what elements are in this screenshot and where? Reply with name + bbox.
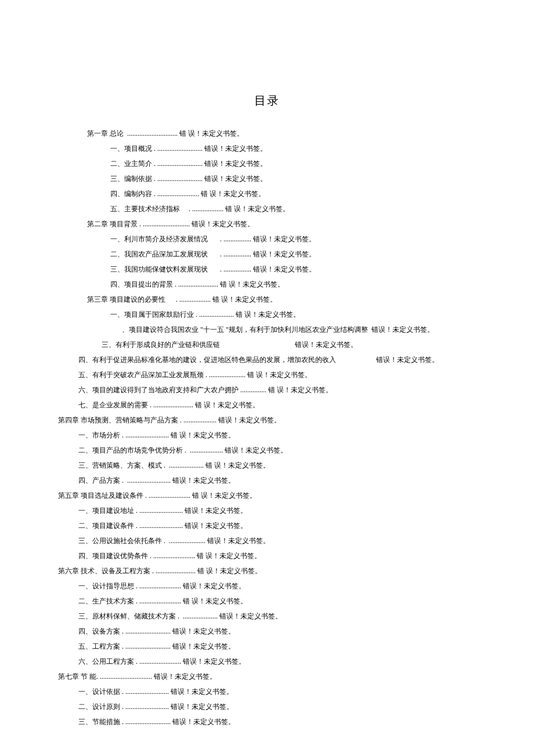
toc-entry: 、项目建设符合我国农业 "十一五 "规划，有利于加快利川地区农业产业结构调整 错… (35, 322, 499, 337)
toc-entry: 第二章 项目背景 . ........................... 错… (35, 216, 499, 231)
toc-entry: 第五章 项目选址及建设条件 . ........................… (35, 488, 499, 503)
toc-entry: 三、我国功能保健饮料发展现状 . ................ 错误！未定义… (35, 262, 499, 277)
toc-entry: 第七章 节 能. .............................. … (35, 669, 499, 684)
toc-entry: 一、市场分析 . ......................... 错 误！未… (35, 428, 499, 443)
toc-entry: 第一章 总论 ............................. 错 误… (35, 126, 499, 141)
toc-entry: 第六章 技术、设备及工程方案 . .......................… (35, 563, 499, 578)
toc-entry: 一、利川市简介及经济发展情况 . ................ 错误！未定义… (35, 231, 499, 247)
toc-entry: 六、公用工程方案 . ........................ 错误！未… (35, 654, 499, 669)
toc-entry: 四、项目提出的背景 . ....................... 错 误！… (35, 277, 499, 292)
document-page: 目录 第一章 总论 ............................. … (0, 0, 534, 756)
toc-entry: 二、生产技术方案 . ........................ 错 误！… (35, 594, 499, 609)
toc-entry: 二、我国农产品深加工发展现状 . ................ 错误！未定义… (35, 247, 499, 262)
toc-entry: 一、设计依据 . ......................... 错误！未定… (35, 684, 499, 699)
toc-entry: 六、项目的建设得到了当地政府支持和广大农户拥护 ............... … (35, 382, 499, 397)
toc-title: 目录 (35, 93, 499, 108)
toc-entry: 三、营销策略、方案、模式 . .................... 错 误！… (35, 458, 499, 473)
toc-entry: 七、是企业发展的需要 . ....................... 错 误… (35, 397, 499, 413)
toc-entry: 二、业主简介 . .......................... 错误！未… (35, 156, 499, 171)
toc-entry: 二、项目产品的市场竞争优势分析 . ................... 错误… (35, 443, 499, 458)
toc-entry: 五、有利于突破农产品深加工业发展瓶颈 . ...................… (35, 367, 499, 382)
toc-entry: 二、设计原则 . ......................... 错误！未定… (35, 699, 499, 714)
toc-entry: 第四章 市场预测、营销策略与产品方案 . ...................… (35, 413, 499, 428)
toc-entry: 一、项目属于国家鼓励行业 . .................... 错 误！… (35, 307, 499, 322)
toc-entry: 第三章 项目建设的必要性 . .................. 错 误！未定… (35, 292, 499, 307)
toc-entry: 一、项目概况 . .......................... 错误！未… (35, 141, 499, 156)
toc-entry: 一、设计指导思想 . ........................ 错误！未… (35, 578, 499, 594)
toc-entry: 五、工程方案 . .......................... 错误！未… (35, 639, 499, 654)
toc-entry: 三、有利于形成良好的产业链和供应链 错误！未定义书签。 (35, 337, 499, 352)
toc-entry: 四、设备方案 . .......................... 错误！未… (35, 624, 499, 639)
toc-entry: 三、原材料保鲜、储藏技术方案 . .................... 错误… (35, 609, 499, 624)
toc-entry: 四、编制内容 . ........................ 错 误！未定… (35, 186, 499, 201)
toc-entry: 一、项目建设地址 . ......................... 错误！… (35, 503, 499, 518)
toc-entry: 三、节能措施 . .......................... 错误！未… (35, 714, 499, 729)
toc-entry: 四、项目建设优势条件 . ........................ 错 … (35, 548, 499, 563)
toc-entry: 四、有利于促进果品标准化基地的建设，促进地区特色果品的发展，增加农民的收入 错误… (35, 352, 499, 367)
toc-container: 第一章 总论 ............................. 错 误… (35, 126, 499, 729)
toc-entry: 四、产品方案 . ......................... 错误！未定… (35, 473, 499, 488)
toc-entry: 三、公用设施社会依托条件 . ..................... 错误！… (35, 533, 499, 548)
toc-entry: 二、项目建设条件 . ......................... 错误！… (35, 518, 499, 533)
toc-entry: 三、编制依据 . .......................... 错误！未… (35, 171, 499, 186)
toc-entry: 五、主要技术经济指标 . .................. 错 误！未定义书… (35, 201, 499, 216)
